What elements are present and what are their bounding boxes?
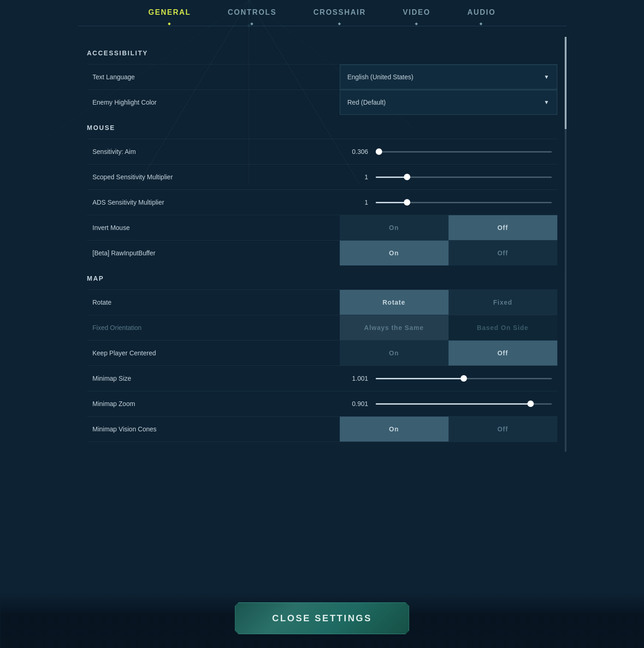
scoped-sensitivity-value: 1 <box>345 173 368 181</box>
rotate-fixed[interactable]: Fixed <box>449 290 557 315</box>
close-settings-button[interactable]: CLOSE SETTINGS <box>235 602 409 634</box>
tab-crosshair[interactable]: CROSSHAIR <box>313 8 366 22</box>
raw-input-off[interactable]: Off <box>449 241 557 265</box>
enemy-highlight-value: Red (Default) <box>348 99 544 106</box>
enemy-highlight-label: Enemy Highlight Color <box>87 92 340 112</box>
setting-minimap-size: Minimap Size 1.001 <box>87 365 557 391</box>
fixed-orientation-side[interactable]: Based On Side <box>449 315 557 340</box>
rotate-toggle: Rotate Fixed <box>340 290 557 315</box>
minimap-size-track <box>376 378 552 379</box>
minimap-vision-off[interactable]: Off <box>449 417 557 442</box>
keep-centered-toggle: On Off <box>340 341 557 365</box>
text-language-value: English (United States) <box>348 73 544 81</box>
fixed-orientation-label: Fixed Orientation <box>87 318 340 338</box>
rotate-rotate[interactable]: Rotate <box>340 290 449 315</box>
scoped-sensitivity-label: Scoped Sensitivity Multiplier <box>87 167 340 187</box>
sensitivity-aim-label: Sensitivity: Aim <box>87 141 340 162</box>
mouse-header: MOUSE <box>87 115 557 137</box>
raw-input-toggle: On Off <box>340 241 557 265</box>
keep-centered-off[interactable]: Off <box>449 341 557 365</box>
sensitivity-aim-value: 0.306 <box>345 148 368 155</box>
minimap-size-slider[interactable]: 1.001 <box>340 366 557 391</box>
tab-general[interactable]: GENERAL <box>148 8 191 22</box>
minimap-zoom-fill <box>376 403 531 405</box>
invert-mouse-on[interactable]: On <box>340 215 449 240</box>
minimap-zoom-label: Minimap Zoom <box>87 394 340 414</box>
setting-fixed-orientation: Fixed Orientation Always the Same Based … <box>87 315 557 340</box>
dropdown-arrow-icon-2: ▼ <box>544 99 549 106</box>
invert-mouse-off[interactable]: Off <box>449 215 557 240</box>
minimap-size-label: Minimap Size <box>87 368 340 389</box>
minimap-vision-toggle: On Off <box>340 417 557 442</box>
settings-container: ACCESSIBILITY Text Language English (Uni… <box>78 26 567 497</box>
raw-input-label: [Beta] RawInputBuffer <box>87 243 340 263</box>
ads-sensitivity-fill <box>376 202 408 203</box>
scoped-sensitivity-track <box>376 177 552 178</box>
setting-minimap-zoom: Minimap Zoom 0.901 <box>87 391 557 416</box>
scoped-sensitivity-slider[interactable]: 1 <box>340 165 557 189</box>
rotate-label: Rotate <box>87 292 340 312</box>
ads-sensitivity-value: 1 <box>345 199 368 206</box>
keep-centered-label: Keep Player Centered <box>87 343 340 363</box>
ads-sensitivity-track <box>376 202 552 203</box>
sensitivity-aim-track <box>376 151 552 153</box>
invert-mouse-toggle: On Off <box>340 215 557 240</box>
minimap-size-thumb[interactable] <box>461 375 467 382</box>
minimap-vision-label: Minimap Vision Cones <box>87 419 340 439</box>
fixed-orientation-toggle: Always the Same Based On Side <box>340 315 557 340</box>
setting-text-language: Text Language English (United States) ▼ <box>87 64 557 89</box>
minimap-zoom-track <box>376 403 552 405</box>
sensitivity-aim-thumb[interactable] <box>376 148 382 155</box>
minimap-size-value: 1.001 <box>345 375 368 382</box>
tab-controls[interactable]: CONTROLS <box>228 8 277 22</box>
minimap-zoom-slider[interactable]: 0.901 <box>340 391 557 416</box>
setting-raw-input: [Beta] RawInputBuffer On Off <box>87 240 557 265</box>
minimap-vision-on[interactable]: On <box>340 417 449 442</box>
fixed-orientation-always[interactable]: Always the Same <box>340 315 449 340</box>
setting-sensitivity-aim: Sensitivity: Aim 0.306 <box>87 139 557 164</box>
setting-enemy-highlight: Enemy Highlight Color Red (Default) ▼ <box>87 89 557 115</box>
nav-tabs: GENERAL CONTROLS CROSSHAIR VIDEO AUDIO <box>78 0 567 26</box>
text-language-dropdown[interactable]: English (United States) ▼ <box>340 65 557 89</box>
accessibility-header: ACCESSIBILITY <box>87 40 557 62</box>
setting-scoped-sensitivity: Scoped Sensitivity Multiplier 1 <box>87 164 557 189</box>
minimap-zoom-value: 0.901 <box>345 400 368 407</box>
scoped-sensitivity-thumb[interactable] <box>404 174 410 180</box>
minimap-zoom-thumb[interactable] <box>527 401 534 407</box>
enemy-highlight-dropdown[interactable]: Red (Default) ▼ <box>340 90 557 115</box>
setting-rotate: Rotate Rotate Fixed <box>87 289 557 315</box>
setting-keep-centered: Keep Player Centered On Off <box>87 340 557 365</box>
invert-mouse-label: Invert Mouse <box>87 218 340 238</box>
tab-video[interactable]: VIDEO <box>403 8 431 22</box>
keep-centered-on[interactable]: On <box>340 341 449 365</box>
close-button-wrapper: CLOSE SETTINGS <box>0 593 644 648</box>
ads-sensitivity-slider[interactable]: 1 <box>340 190 557 215</box>
tab-audio[interactable]: AUDIO <box>467 8 496 22</box>
text-language-label: Text Language <box>87 67 340 87</box>
map-header: MAP <box>87 265 557 288</box>
ads-sensitivity-label: ADS Sensitivity Multiplier <box>87 192 340 212</box>
setting-ads-sensitivity: ADS Sensitivity Multiplier 1 <box>87 189 557 215</box>
setting-minimap-vision: Minimap Vision Cones On Off <box>87 416 557 442</box>
setting-invert-mouse: Invert Mouse On Off <box>87 215 557 240</box>
ads-sensitivity-thumb[interactable] <box>404 199 410 206</box>
sensitivity-aim-slider[interactable]: 0.306 <box>340 139 557 164</box>
dropdown-arrow-icon: ▼ <box>544 74 549 80</box>
scoped-sensitivity-fill <box>376 177 408 178</box>
raw-input-on[interactable]: On <box>340 241 449 265</box>
minimap-size-fill <box>376 378 464 379</box>
